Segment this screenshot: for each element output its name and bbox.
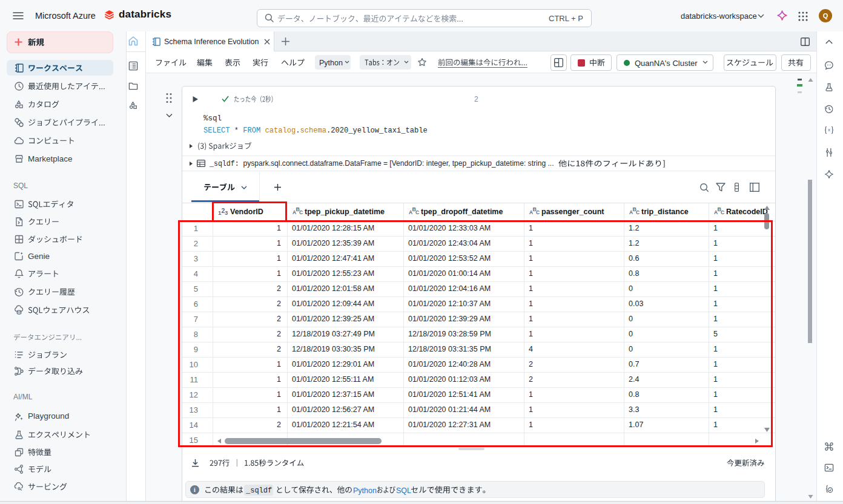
svg-text:x: x [828,128,830,132]
